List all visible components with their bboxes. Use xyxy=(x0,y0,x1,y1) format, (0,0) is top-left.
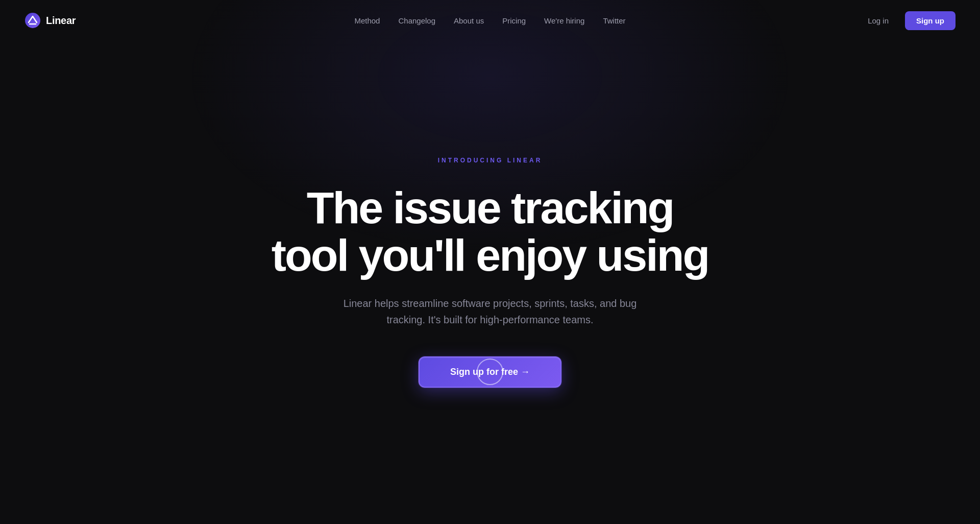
nav-hiring[interactable]: We're hiring xyxy=(536,12,593,29)
hero-title-line1: The issue tracking xyxy=(307,182,674,233)
site-header: Linear Method Changelog About us Pricing… xyxy=(0,0,980,41)
nav-pricing[interactable]: Pricing xyxy=(494,12,534,29)
intro-badge: INTRODUCING LINEAR xyxy=(438,157,543,164)
nav-method[interactable]: Method xyxy=(346,12,388,29)
main-nav: Method Changelog About us Pricing We're … xyxy=(346,12,633,29)
cta-signup-button[interactable]: Sign up for free → xyxy=(419,356,561,388)
hero-title-line2: tool you'll enjoy using xyxy=(272,230,708,280)
hero-section: INTRODUCING LINEAR The issue tracking to… xyxy=(0,41,980,524)
login-button[interactable]: Log in xyxy=(860,12,897,29)
logo-text: Linear xyxy=(46,15,76,27)
auth-area: Log in Sign up xyxy=(860,11,955,30)
nav-about[interactable]: About us xyxy=(446,12,492,29)
hero-title: The issue tracking tool you'll enjoy usi… xyxy=(272,184,708,279)
logo-link[interactable]: Linear xyxy=(24,12,76,29)
linear-logo-icon xyxy=(24,12,41,29)
svg-point-0 xyxy=(25,13,40,28)
hero-subtitle: Linear helps streamline software project… xyxy=(327,295,653,328)
nav-twitter[interactable]: Twitter xyxy=(595,12,633,29)
signup-button[interactable]: Sign up xyxy=(905,11,955,30)
nav-changelog[interactable]: Changelog xyxy=(390,12,444,29)
